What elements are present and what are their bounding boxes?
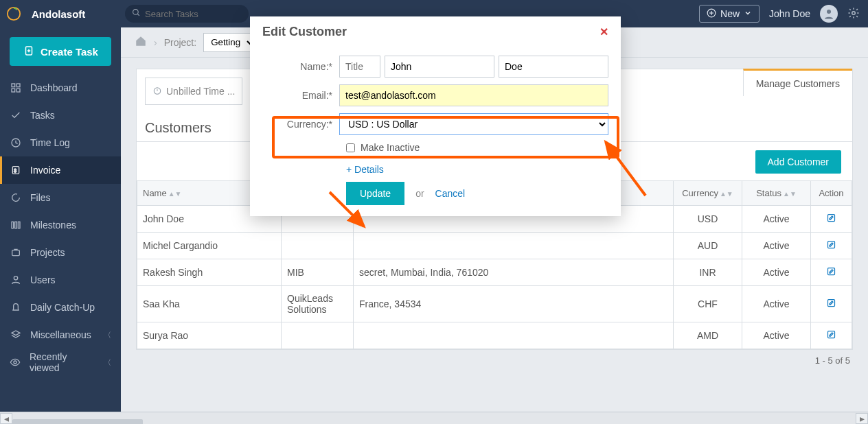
col-currency[interactable]: Currency▲▼ <box>674 181 742 206</box>
svg-rect-18 <box>12 222 14 228</box>
new-button[interactable]: New <box>699 5 760 23</box>
sidebar-item-daily[interactable]: Daily Catch-Up <box>0 294 121 321</box>
scroll-thumb[interactable] <box>12 419 143 425</box>
cell-address: France, 34534 <box>354 286 674 322</box>
paging-info: 1 - 5 of 5 <box>136 350 853 367</box>
svg-rect-29 <box>828 268 835 275</box>
edit-icon[interactable] <box>826 241 836 252</box>
scroll-right-icon[interactable]: ▸ <box>856 413 868 424</box>
cell-status: Active <box>742 259 811 286</box>
cancel-link[interactable]: Cancel <box>435 188 466 199</box>
current-user[interactable]: John Doe <box>769 8 810 19</box>
cell-address <box>354 322 674 349</box>
table-row: Michel CargandioAUDActive <box>137 233 852 259</box>
svg-rect-27 <box>828 215 835 222</box>
close-icon[interactable]: ✕ <box>599 25 608 38</box>
cell-name: Michel Cargandio <box>137 233 282 259</box>
cell-status: Active <box>742 286 811 322</box>
dashboard-icon <box>10 82 22 93</box>
avatar[interactable] <box>820 5 838 23</box>
last-name-field[interactable] <box>499 56 608 78</box>
sidebar-item-dashboard[interactable]: Dashboard <box>0 74 121 102</box>
breadcrumb-sep: › <box>154 37 157 48</box>
sidebar-item-label: Milestones <box>30 220 76 231</box>
col-status[interactable]: Status▲▼ <box>742 181 811 206</box>
svg-point-6 <box>827 10 831 14</box>
cell-address: secret, Mumbai, India, 761020 <box>354 259 674 286</box>
edit-icon[interactable] <box>826 331 836 342</box>
title-field[interactable] <box>339 56 380 78</box>
search-task[interactable] <box>125 5 249 23</box>
edit-icon[interactable] <box>826 299 836 310</box>
sidebar-item-projects[interactable]: Projects <box>0 239 121 266</box>
cell-currency: INR <box>674 259 742 286</box>
create-task-button[interactable]: Create Task <box>10 37 111 66</box>
cell-status: Active <box>742 233 811 259</box>
scroll-left-icon[interactable]: ◂ <box>0 413 12 424</box>
table-row: Rakesh SinghMIBsecret, Mumbai, India, 76… <box>137 259 852 286</box>
label-currency: Currency:* <box>262 119 339 130</box>
project-label: Project: <box>164 37 196 48</box>
bell-icon <box>10 302 22 313</box>
add-customer-button[interactable]: Add Customer <box>755 150 841 174</box>
update-button[interactable]: Update <box>346 182 404 205</box>
home-icon[interactable] <box>135 35 147 49</box>
sidebar-item-timelog[interactable]: Time Log <box>0 129 121 156</box>
section-title: Customers <box>137 113 251 141</box>
clipboard-plus-icon <box>23 45 35 59</box>
create-task-label: Create Task <box>41 46 98 58</box>
new-label: New <box>720 8 740 19</box>
cell-company: MIB <box>282 259 354 286</box>
gear-icon[interactable] <box>847 7 860 21</box>
tab-manage-customers[interactable]: Manage Customers <box>743 69 852 96</box>
or-text: or <box>415 188 424 199</box>
clock-icon <box>10 137 22 148</box>
svg-rect-21 <box>12 250 20 256</box>
cell-status: Active <box>742 322 811 349</box>
svg-rect-31 <box>828 331 835 338</box>
svg-point-1 <box>133 10 139 15</box>
search-icon <box>132 8 141 19</box>
svg-point-7 <box>852 11 856 14</box>
cell-company <box>282 322 354 349</box>
files-icon <box>10 192 22 203</box>
sidebar-item-users[interactable]: Users <box>0 266 121 294</box>
horizontal-scrollbar[interactable]: ◂ ▸ <box>0 412 868 424</box>
currency-select[interactable]: USD : US Dollar <box>339 113 608 135</box>
sidebar-item-label: Users <box>30 274 56 285</box>
col-action: Action <box>811 181 852 206</box>
make-inactive-checkbox[interactable] <box>346 143 355 152</box>
project-select[interactable]: Getting <box>203 33 256 52</box>
invoice-icon: $ <box>10 165 22 176</box>
edit-icon[interactable] <box>826 268 836 279</box>
sidebar-item-tasks[interactable]: Tasks <box>0 102 121 129</box>
search-input[interactable] <box>145 9 242 19</box>
cell-status: Active <box>742 206 811 233</box>
sidebar-item-label: Miscellaneous <box>30 329 91 340</box>
svg-rect-19 <box>15 222 17 228</box>
cell-name: Saa Kha <box>137 286 282 322</box>
users-icon <box>10 274 22 285</box>
cell-name: Surya Rao <box>137 322 282 349</box>
milestones-icon <box>10 220 22 231</box>
layers-icon <box>10 329 22 340</box>
svg-text:$: $ <box>14 168 16 173</box>
sidebar-item-invoice[interactable]: $ Invoice <box>0 156 121 184</box>
details-link[interactable]: + Details <box>346 164 608 175</box>
svg-rect-11 <box>12 84 15 87</box>
app-logo[interactable] <box>0 6 27 21</box>
sidebar-item-files[interactable]: Files <box>0 184 121 211</box>
svg-rect-12 <box>16 84 20 87</box>
cell-name: Rakesh Singh <box>137 259 282 286</box>
sidebar-item-misc[interactable]: Miscellaneous 〈 <box>0 321 121 349</box>
unbilled-time-box[interactable]: Unbilled Time ... <box>145 78 242 105</box>
sidebar-item-milestones[interactable]: Milestones <box>0 211 121 239</box>
first-name-field[interactable] <box>385 56 494 78</box>
email-field[interactable] <box>339 84 608 106</box>
sidebar-item-label: Invoice <box>30 165 60 176</box>
chevron-left-icon: 〈 <box>104 357 111 368</box>
cell-currency: AMD <box>674 322 742 349</box>
chevron-left-icon: 〈 <box>104 330 111 340</box>
edit-icon[interactable] <box>826 214 836 225</box>
sidebar-item-recent[interactable]: Recently viewed 〈 <box>0 349 121 376</box>
